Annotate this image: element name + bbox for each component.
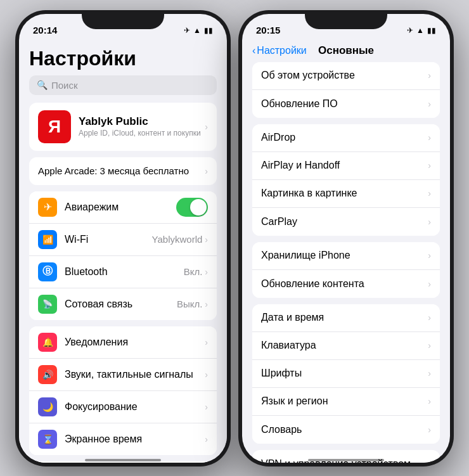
datetime-row[interactable]: Дата и время ›	[252, 304, 440, 332]
fonts-chevron: ›	[428, 368, 431, 378]
fonts-label: Шрифты	[261, 368, 428, 379]
right-battery-icon: ▮▮	[427, 26, 436, 35]
keyboard-chevron: ›	[428, 340, 431, 351]
sounds-row[interactable]: 🔊 Звуки, тактильные сигналы ›	[29, 359, 217, 391]
arcade-chevron: ›	[205, 166, 208, 176]
left-screen-content: Настройки 🔍 Поиск Я Yablyk Public Apple	[19, 42, 227, 463]
nav-back-label: Настройки	[257, 45, 306, 56]
carplay-row[interactable]: CarPlay ›	[252, 208, 440, 236]
carplay-label: CarPlay	[261, 216, 428, 228]
general-group: ⚙ Основные › ▦ Пункт управления ›	[29, 461, 217, 463]
nav-title: Основные	[318, 44, 374, 57]
dictionary-label: Словарь	[261, 424, 428, 435]
wifi-chevron: ›	[205, 235, 208, 245]
vpn-chevron: ›	[428, 459, 431, 463]
focus-icon-bg: 🌙	[38, 397, 57, 416]
search-icon: 🔍	[37, 80, 48, 90]
airplane-label: Авиарежим	[65, 202, 176, 213]
arcade-label: Apple Arcade: 3 месяца бесплатно	[38, 165, 205, 176]
right-status-icons: ✈ ▲ ▮▮	[407, 26, 436, 35]
about-device-row[interactable]: Об этом устройстве ›	[252, 62, 440, 90]
network-group: ✈ Авиарежим 📶 Wi-Fi Yablykworld	[29, 191, 217, 320]
notifications-row[interactable]: 🔔 Уведомления ›	[29, 326, 217, 359]
keyboard-label: Клавиатура	[261, 340, 428, 351]
notifications-chevron: ›	[205, 337, 208, 347]
airdrop-group: AirDrop › AirPlay и Handoff › Картинка в…	[252, 124, 440, 236]
pip-chevron: ›	[428, 188, 431, 198]
arcade-row[interactable]: Apple Arcade: 3 месяца бесплатно ›	[29, 157, 217, 185]
profile-name: Yablyk Public	[79, 115, 205, 128]
right-phone: 20:15 ✈ ▲ ▮▮ ‹ Настройки Основные	[238, 10, 454, 466]
profile-sub: Apple ID, iCloud, контент и покупки	[79, 129, 205, 138]
software-update-label: Обновление ПО	[261, 98, 428, 110]
general-row[interactable]: ⚙ Основные ›	[29, 461, 217, 463]
keyboard-row[interactable]: Клавиатура ›	[252, 332, 440, 360]
airplane-toggle[interactable]	[176, 198, 208, 217]
right-screen: 20:15 ✈ ▲ ▮▮ ‹ Настройки Основные	[242, 14, 450, 463]
search-bar[interactable]: 🔍 Поиск	[29, 75, 217, 95]
profile-group: Я Yablyk Public Apple ID, iCloud, контен…	[29, 103, 217, 151]
battery-icon: ▮▮	[204, 26, 213, 35]
datetime-group: Дата и время › Клавиатура › Шрифты › Язы…	[252, 304, 440, 444]
cellular-label: Сотовая связь	[65, 299, 177, 310]
toggle-knob	[190, 199, 207, 215]
software-update-row[interactable]: Обновление ПО ›	[252, 90, 440, 118]
airplay-handoff-label: AirPlay и Handoff	[261, 160, 428, 171]
fonts-row[interactable]: Шрифты ›	[252, 360, 440, 388]
iphone-storage-label: Хранилище iPhone	[261, 250, 428, 261]
sounds-label: Звуки, тактильные сигналы	[65, 369, 205, 380]
left-screen: 20:14 ✈ ▲ ▮▮ Настройки 🔍 Поиск	[19, 14, 227, 463]
wifi-row[interactable]: 📶 Wi-Fi Yablykworld ›	[29, 224, 217, 256]
screentime-icon-bg: ⌛	[38, 430, 57, 449]
datetime-chevron: ›	[428, 312, 431, 323]
wifi-icon-bg: 📶	[38, 230, 57, 249]
airplane-icon: ✈	[184, 26, 190, 35]
airplane-icon-bg: ✈	[38, 198, 57, 217]
datetime-label: Дата и время	[261, 312, 428, 323]
content-update-row[interactable]: Обновление контента ›	[252, 270, 440, 298]
sounds-icon-bg: 🔊	[38, 365, 57, 384]
language-region-chevron: ›	[428, 396, 431, 406]
profile-row[interactable]: Я Yablyk Public Apple ID, iCloud, контен…	[29, 103, 217, 151]
notifications-label: Уведомления	[65, 337, 205, 348]
carplay-chevron: ›	[428, 217, 431, 227]
airdrop-chevron: ›	[428, 132, 431, 143]
airplane-mode-row[interactable]: ✈ Авиарежим	[29, 191, 217, 224]
software-update-chevron: ›	[428, 99, 431, 109]
left-status-icons: ✈ ▲ ▮▮	[184, 26, 213, 35]
notifications-icon-bg: 🔔	[38, 333, 57, 352]
screentime-row[interactable]: ⌛ Экранное время ›	[29, 423, 217, 455]
iphone-storage-chevron: ›	[428, 250, 431, 261]
language-region-row[interactable]: Язык и регион ›	[252, 388, 440, 416]
nav-back-button[interactable]: ‹ Настройки	[252, 45, 307, 56]
wifi-value: Yablykworld	[152, 234, 203, 245]
arcade-group: Apple Arcade: 3 месяца бесплатно ›	[29, 157, 217, 185]
wifi-label: Wi-Fi	[65, 234, 152, 245]
airdrop-row[interactable]: AirDrop ›	[252, 124, 440, 152]
settings-title: Настройки	[19, 42, 227, 75]
dictionary-row[interactable]: Словарь ›	[252, 416, 440, 444]
airplay-handoff-row[interactable]: AirPlay и Handoff ›	[252, 152, 440, 180]
right-airplane-icon: ✈	[407, 26, 413, 35]
right-wifi-icon: ▲	[416, 26, 424, 35]
left-notch	[82, 10, 164, 29]
about-device-chevron: ›	[428, 70, 431, 80]
screentime-label: Экранное время	[65, 434, 205, 445]
nav-bar: ‹ Настройки Основные	[242, 42, 450, 62]
search-placeholder: Поиск	[51, 80, 78, 91]
phones-container: 20:14 ✈ ▲ ▮▮ Настройки 🔍 Поиск	[9, 4, 460, 473]
right-screen-content: Об этом устройстве › Обновление ПО › Air…	[242, 62, 450, 463]
left-time: 20:14	[33, 25, 57, 35]
cellular-row[interactable]: 📡 Сотовая связь Выкл. ›	[29, 288, 217, 320]
iphone-storage-row[interactable]: Хранилище iPhone ›	[252, 242, 440, 270]
pip-row[interactable]: Картинка в картинке ›	[252, 180, 440, 208]
left-home-indicator	[85, 459, 161, 461]
right-time: 20:15	[256, 25, 280, 35]
language-region-label: Язык и регион	[261, 396, 428, 407]
device-group: Об этом устройстве › Обновление ПО ›	[252, 62, 440, 118]
bluetooth-row[interactable]: Ⓑ Bluetooth Вкл. ›	[29, 256, 217, 288]
cellular-value: Выкл.	[177, 299, 202, 309]
bluetooth-value: Вкл.	[184, 266, 203, 277]
focus-row[interactable]: 🌙 Фокусирование ›	[29, 391, 217, 423]
about-device-label: Об этом устройстве	[261, 70, 428, 81]
